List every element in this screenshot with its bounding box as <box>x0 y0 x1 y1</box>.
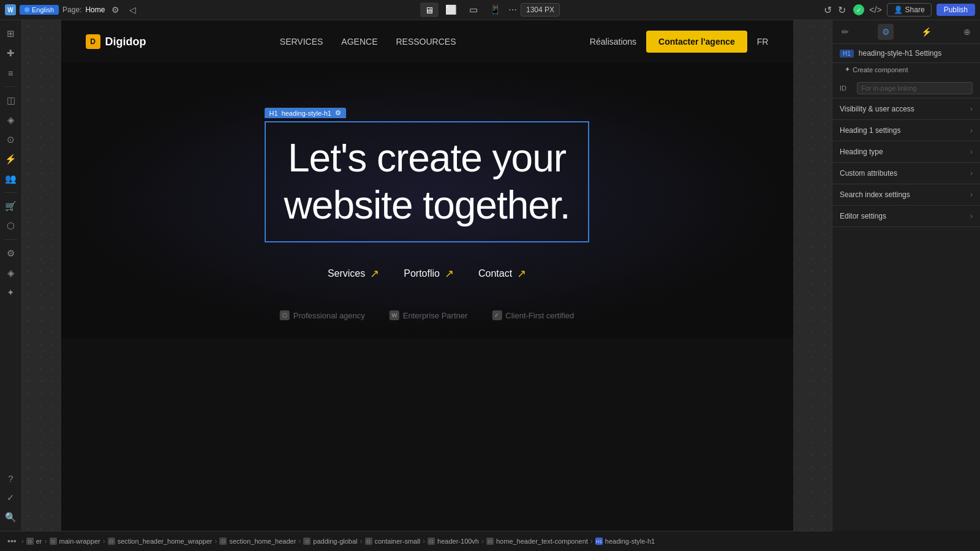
share-button[interactable]: 👤 Share <box>887 3 932 17</box>
bc-label-main-wrapper: main-wrapper <box>59 538 100 545</box>
bc-label-section-header-home: section_header_home_wrapper <box>118 538 213 545</box>
pages-icon[interactable]: ⊞ <box>2 25 20 42</box>
id-row: ID <box>832 78 980 99</box>
top-bar-left: W English Page: Home ⚙ ◁ <box>5 3 139 17</box>
lang-label: English <box>32 6 54 13</box>
site-logo: D Digidop <box>86 34 146 49</box>
main-layout: ⊞ ✚ ≡ ◫ ◈ ⊙ ⚡ 👥 🛒 ⬡ ⚙ ◈ ✦ ? ✓ 🔍 D Digido… <box>0 20 980 531</box>
bc-icon-er: □ <box>26 538 34 545</box>
tasks-icon[interactable]: ✓ <box>2 489 20 506</box>
custom-attrs-chevron-icon: › <box>970 169 973 178</box>
apps-icon[interactable]: ⬡ <box>2 217 20 234</box>
contact-link[interactable]: Contact ↗ <box>478 267 526 280</box>
landscape-view-btn[interactable]: ▭ <box>464 2 483 17</box>
nav-ressources-link[interactable]: RESSOURCES <box>396 37 456 47</box>
bc-item-section-home-header[interactable]: □ section_home_header <box>219 538 296 545</box>
services-link[interactable]: Services ↗ <box>328 267 379 280</box>
canvas-area[interactable]: D Digidop SERVICES AGENCE RESSOURCES Réa… <box>22 20 832 531</box>
badge-professional: ⬡ Professional agency <box>280 310 365 320</box>
settings-icon[interactable]: ⚙ <box>2 245 20 262</box>
breadcrumb-more-btn[interactable]: ••• <box>5 535 19 547</box>
more-sizes-btn[interactable]: ⋯ <box>508 5 517 15</box>
services-arrow-icon: ↗ <box>370 267 379 280</box>
component-header: H1 heading-style-h1 Settings <box>832 44 980 63</box>
ecommerce-icon[interactable]: 🛒 <box>2 198 20 215</box>
footer-badges: ⬡ Professional agency W Enterprise Partn… <box>280 310 575 320</box>
bc-item-home-header-text[interactable]: □ home_header_text-component <box>486 538 588 545</box>
members-icon[interactable]: 👥 <box>2 170 20 187</box>
nav-agence-link[interactable]: AGENCE <box>341 37 377 47</box>
comments-icon[interactable]: ✦ <box>2 284 20 301</box>
portfolio-link[interactable]: Portoflio ↗ <box>404 267 454 280</box>
bc-item-section-header-home[interactable]: □ section_header_home_wrapper <box>108 538 213 545</box>
bc-icon-section-home-header: □ <box>219 538 227 545</box>
bc-icon-home-header-text: □ <box>486 538 494 545</box>
navigator-tab-btn[interactable]: ⊕ <box>959 24 975 40</box>
help-icon[interactable]: ? <box>2 470 20 487</box>
heading1-chevron-icon: › <box>970 126 973 135</box>
nav-cta-button[interactable]: Contacter l'agence <box>646 31 747 53</box>
desktop-view-btn[interactable]: 🖥 <box>420 2 439 17</box>
create-component-label: Create component <box>853 66 908 73</box>
editor-settings-chevron-icon: › <box>970 212 973 220</box>
search-index-row[interactable]: Search index settings › <box>832 184 980 205</box>
hero-links: Services ↗ Portoflio ↗ Contact ↗ <box>328 267 526 280</box>
assets-icon[interactable]: ◈ <box>2 111 20 129</box>
preview-icon[interactable]: ◁ <box>126 3 139 17</box>
id-input[interactable] <box>857 82 973 94</box>
top-bar-right: ↺ ↻ ✓ </> 👤 Share Publish <box>821 3 975 17</box>
publish-button[interactable]: Publish <box>937 4 975 16</box>
element-settings-gear-icon[interactable]: ⚙ <box>335 109 341 117</box>
badge-certified-icon: ✓ <box>492 310 502 320</box>
bc-label-er: er <box>36 538 42 545</box>
right-sidebar: ✏ ⚙ ⚡ ⊕ H1 heading-style-h1 Settings ✦ C… <box>832 20 980 531</box>
editor-settings-row[interactable]: Editor settings › <box>832 206 980 227</box>
nav-realisations-link[interactable]: Réalisations <box>590 37 636 47</box>
lang-dot <box>24 7 29 12</box>
selected-heading-block[interactable]: Let's create yourwebsite together. <box>265 121 590 242</box>
page-label: Page: <box>62 6 81 14</box>
tablet-view-btn[interactable]: ⬜ <box>442 2 461 17</box>
logic-icon[interactable]: ⚡ <box>2 151 20 168</box>
undo-btn[interactable]: ↺ <box>821 3 834 17</box>
editor-settings-label: Editor settings <box>840 212 886 220</box>
badge-professional-text: Professional agency <box>293 311 365 320</box>
bc-label-heading-style-h1: heading-style-h1 <box>605 538 655 545</box>
cms-icon[interactable]: ◫ <box>2 92 20 109</box>
bc-item-header-100vh[interactable]: □ header-100vh <box>428 538 479 545</box>
w-logo-icon[interactable]: W <box>5 4 16 15</box>
heading1-row[interactable]: Heading 1 settings › <box>832 120 980 141</box>
bc-item-main-wrapper[interactable]: □ main-wrapper <box>50 538 100 545</box>
site-nav-links: SERVICES AGENCE RESSOURCES <box>280 37 456 47</box>
heading-type-label: Heading type <box>840 148 883 156</box>
visibility-row[interactable]: Visibility & user access › <box>832 99 980 119</box>
nav-lang-label[interactable]: FR <box>757 37 769 47</box>
interactions-tab-btn[interactable]: ⚡ <box>919 24 935 40</box>
custom-attrs-row[interactable]: Custom attributes › <box>832 163 980 184</box>
undo-redo-group: ↺ ↻ <box>821 3 848 17</box>
navigator-icon[interactable]: ≡ <box>2 64 20 81</box>
custom-attrs-label: Custom attributes <box>840 169 897 178</box>
search-index-chevron-icon: › <box>970 190 973 199</box>
redo-btn[interactable]: ↻ <box>835 3 848 17</box>
search-icon[interactable]: 🔍 <box>2 509 20 526</box>
components-icon[interactable]: ⊙ <box>2 131 20 148</box>
style-tab-btn[interactable]: ✏ <box>837 24 853 40</box>
code-view-icon[interactable]: </> <box>869 5 881 15</box>
bc-item-padding-global[interactable]: □ padding-global <box>303 538 357 545</box>
heading-type-row[interactable]: Heading type › <box>832 141 980 162</box>
bc-item-container-small[interactable]: □ container-small <box>365 538 421 545</box>
add-element-icon[interactable]: ✚ <box>2 45 20 62</box>
sidebar-divider-3 <box>5 239 17 240</box>
settings-tab-btn[interactable]: ⚙ <box>878 24 894 40</box>
integrations-icon[interactable]: ◈ <box>2 264 20 282</box>
bc-item-heading-style-h1[interactable]: H1 heading-style-h1 <box>595 538 655 545</box>
mobile-view-btn[interactable]: 📱 <box>486 2 505 17</box>
bc-item-er[interactable]: □ er <box>26 538 42 545</box>
nav-services-link[interactable]: SERVICES <box>280 37 323 47</box>
create-component-button[interactable]: ✦ Create component <box>840 63 973 76</box>
element-tag-badge: H1 heading-style-h1 ⚙ <box>265 108 346 118</box>
page-settings-icon[interactable]: ⚙ <box>108 3 122 17</box>
contact-arrow-icon: ↗ <box>517 267 526 280</box>
language-selector[interactable]: English <box>20 5 59 15</box>
